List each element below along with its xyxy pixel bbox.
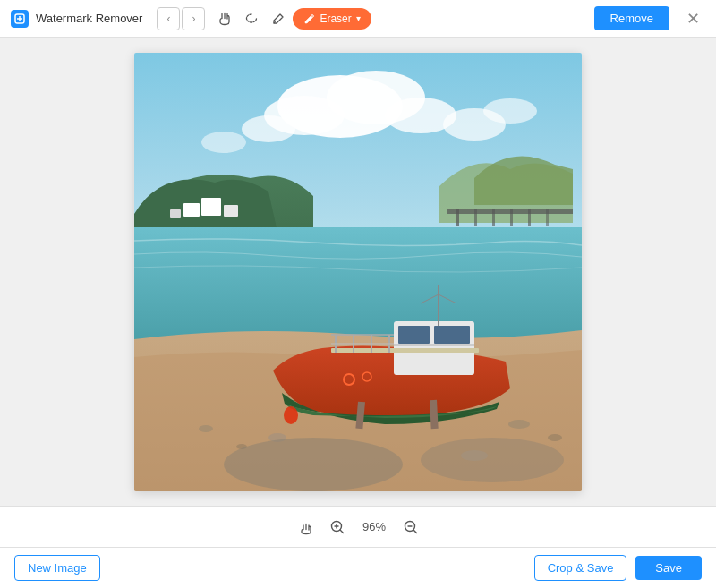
svg-rect-33 — [394, 344, 474, 346]
svg-point-48 — [284, 406, 298, 424]
zoom-in-button[interactable] — [326, 516, 349, 539]
scene-image — [134, 53, 582, 491]
new-image-button[interactable]: New Image — [14, 555, 100, 581]
main-content — [0, 38, 716, 506]
back-button[interactable]: ‹ — [157, 7, 180, 30]
svg-rect-19 — [510, 209, 513, 226]
svg-rect-16 — [456, 209, 459, 226]
lasso-tool-button[interactable] — [239, 6, 264, 31]
hand-tool-button[interactable] — [212, 6, 237, 31]
image-container — [134, 53, 582, 491]
hand-zoom-button[interactable] — [294, 516, 317, 539]
svg-point-29 — [421, 438, 564, 482]
svg-rect-12 — [224, 205, 238, 217]
title-bar: Watermark Remover ‹ › Eraser — [0, 0, 716, 38]
svg-rect-21 — [546, 209, 549, 226]
zoom-bar: 96% — [0, 506, 716, 547]
footer-bar: New Image Crop & Save Save — [0, 547, 716, 588]
app-title: Watermark Remover — [36, 12, 142, 25]
toolbar-group: ‹ › Eraser ▾ — [157, 6, 378, 31]
svg-rect-17 — [474, 209, 477, 226]
svg-point-28 — [224, 438, 403, 491]
eraser-button[interactable]: Eraser ▾ — [293, 8, 371, 30]
svg-rect-31 — [398, 326, 430, 344]
app-icon — [11, 10, 29, 28]
svg-line-55 — [413, 530, 417, 533]
brush-tool-button[interactable] — [266, 6, 291, 31]
forward-button[interactable]: › — [182, 7, 205, 30]
svg-point-8 — [483, 98, 537, 124]
svg-point-26 — [548, 434, 562, 441]
svg-rect-10 — [183, 203, 200, 217]
svg-point-25 — [508, 420, 530, 429]
svg-point-9 — [201, 132, 246, 153]
footer-right-actions: Crop & Save Save — [534, 555, 702, 581]
zoom-level: 96% — [358, 520, 390, 533]
svg-rect-11 — [201, 198, 221, 216]
save-button[interactable]: Save — [635, 556, 702, 580]
remove-button[interactable]: Remove — [594, 6, 669, 30]
svg-rect-32 — [434, 326, 470, 344]
close-button[interactable]: ✕ — [680, 6, 705, 31]
svg-line-52 — [340, 530, 344, 533]
svg-rect-13 — [170, 209, 181, 218]
svg-point-22 — [199, 425, 213, 432]
crop-save-button[interactable]: Crop & Save — [534, 555, 627, 581]
svg-rect-45 — [430, 399, 439, 428]
svg-rect-20 — [528, 209, 531, 226]
zoom-out-button[interactable] — [399, 516, 422, 539]
svg-rect-18 — [492, 209, 495, 226]
svg-point-6 — [242, 115, 295, 142]
